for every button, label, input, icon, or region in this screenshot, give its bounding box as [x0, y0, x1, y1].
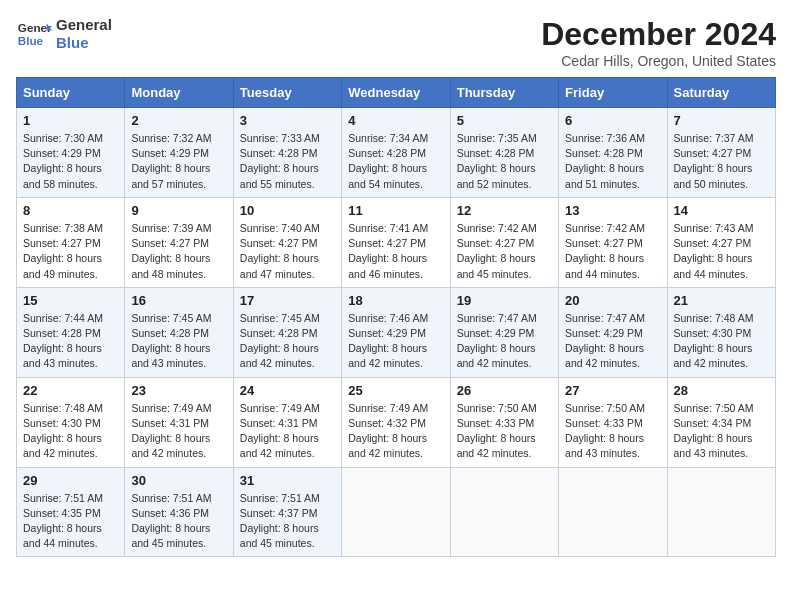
- day-of-week-header: Wednesday: [342, 78, 450, 108]
- day-number: 18: [348, 293, 443, 308]
- day-number: 30: [131, 473, 226, 488]
- calendar-week-row: 29Sunrise: 7:51 AMSunset: 4:35 PMDayligh…: [17, 467, 776, 557]
- calendar-day-cell: 4Sunrise: 7:34 AMSunset: 4:28 PMDaylight…: [342, 108, 450, 198]
- calendar-day-cell: 12Sunrise: 7:42 AMSunset: 4:27 PMDayligh…: [450, 197, 558, 287]
- day-info: Sunrise: 7:51 AMSunset: 4:36 PMDaylight:…: [131, 491, 226, 552]
- day-of-week-header: Saturday: [667, 78, 775, 108]
- logo-text: General Blue: [56, 16, 112, 52]
- calendar-day-cell: 10Sunrise: 7:40 AMSunset: 4:27 PMDayligh…: [233, 197, 341, 287]
- calendar-day-cell: 18Sunrise: 7:46 AMSunset: 4:29 PMDayligh…: [342, 287, 450, 377]
- day-number: 23: [131, 383, 226, 398]
- day-number: 16: [131, 293, 226, 308]
- day-info: Sunrise: 7:34 AMSunset: 4:28 PMDaylight:…: [348, 131, 443, 192]
- calendar-header-row: SundayMondayTuesdayWednesdayThursdayFrid…: [17, 78, 776, 108]
- day-info: Sunrise: 7:32 AMSunset: 4:29 PMDaylight:…: [131, 131, 226, 192]
- day-info: Sunrise: 7:44 AMSunset: 4:28 PMDaylight:…: [23, 311, 118, 372]
- day-number: 7: [674, 113, 769, 128]
- day-info: Sunrise: 7:49 AMSunset: 4:31 PMDaylight:…: [240, 401, 335, 462]
- calendar-day-cell: 19Sunrise: 7:47 AMSunset: 4:29 PMDayligh…: [450, 287, 558, 377]
- svg-text:Blue: Blue: [18, 34, 44, 47]
- calendar-day-cell: 13Sunrise: 7:42 AMSunset: 4:27 PMDayligh…: [559, 197, 667, 287]
- day-info: Sunrise: 7:35 AMSunset: 4:28 PMDaylight:…: [457, 131, 552, 192]
- calendar-day-cell: 20Sunrise: 7:47 AMSunset: 4:29 PMDayligh…: [559, 287, 667, 377]
- title-area: December 2024 Cedar Hills, Oregon, Unite…: [541, 16, 776, 69]
- calendar-day-cell: [450, 467, 558, 557]
- day-number: 3: [240, 113, 335, 128]
- calendar-day-cell: 9Sunrise: 7:39 AMSunset: 4:27 PMDaylight…: [125, 197, 233, 287]
- calendar-day-cell: 1Sunrise: 7:30 AMSunset: 4:29 PMDaylight…: [17, 108, 125, 198]
- day-info: Sunrise: 7:50 AMSunset: 4:33 PMDaylight:…: [457, 401, 552, 462]
- day-number: 15: [23, 293, 118, 308]
- calendar-week-row: 8Sunrise: 7:38 AMSunset: 4:27 PMDaylight…: [17, 197, 776, 287]
- day-number: 5: [457, 113, 552, 128]
- day-number: 28: [674, 383, 769, 398]
- calendar-day-cell: 11Sunrise: 7:41 AMSunset: 4:27 PMDayligh…: [342, 197, 450, 287]
- day-of-week-header: Monday: [125, 78, 233, 108]
- page-subtitle: Cedar Hills, Oregon, United States: [541, 53, 776, 69]
- day-info: Sunrise: 7:37 AMSunset: 4:27 PMDaylight:…: [674, 131, 769, 192]
- day-info: Sunrise: 7:33 AMSunset: 4:28 PMDaylight:…: [240, 131, 335, 192]
- day-info: Sunrise: 7:50 AMSunset: 4:33 PMDaylight:…: [565, 401, 660, 462]
- day-info: Sunrise: 7:51 AMSunset: 4:35 PMDaylight:…: [23, 491, 118, 552]
- calendar-day-cell: 7Sunrise: 7:37 AMSunset: 4:27 PMDaylight…: [667, 108, 775, 198]
- day-number: 24: [240, 383, 335, 398]
- calendar-week-row: 15Sunrise: 7:44 AMSunset: 4:28 PMDayligh…: [17, 287, 776, 377]
- day-number: 22: [23, 383, 118, 398]
- calendar-day-cell: 17Sunrise: 7:45 AMSunset: 4:28 PMDayligh…: [233, 287, 341, 377]
- calendar-day-cell: [667, 467, 775, 557]
- day-number: 4: [348, 113, 443, 128]
- day-of-week-header: Friday: [559, 78, 667, 108]
- calendar-day-cell: 24Sunrise: 7:49 AMSunset: 4:31 PMDayligh…: [233, 377, 341, 467]
- day-info: Sunrise: 7:42 AMSunset: 4:27 PMDaylight:…: [457, 221, 552, 282]
- calendar-day-cell: 26Sunrise: 7:50 AMSunset: 4:33 PMDayligh…: [450, 377, 558, 467]
- calendar-day-cell: 27Sunrise: 7:50 AMSunset: 4:33 PMDayligh…: [559, 377, 667, 467]
- day-info: Sunrise: 7:38 AMSunset: 4:27 PMDaylight:…: [23, 221, 118, 282]
- calendar-day-cell: 31Sunrise: 7:51 AMSunset: 4:37 PMDayligh…: [233, 467, 341, 557]
- day-info: Sunrise: 7:48 AMSunset: 4:30 PMDaylight:…: [674, 311, 769, 372]
- calendar-day-cell: [559, 467, 667, 557]
- day-number: 29: [23, 473, 118, 488]
- calendar-table: SundayMondayTuesdayWednesdayThursdayFrid…: [16, 77, 776, 557]
- day-info: Sunrise: 7:41 AMSunset: 4:27 PMDaylight:…: [348, 221, 443, 282]
- day-info: Sunrise: 7:49 AMSunset: 4:31 PMDaylight:…: [131, 401, 226, 462]
- day-of-week-header: Sunday: [17, 78, 125, 108]
- calendar-day-cell: 29Sunrise: 7:51 AMSunset: 4:35 PMDayligh…: [17, 467, 125, 557]
- day-info: Sunrise: 7:39 AMSunset: 4:27 PMDaylight:…: [131, 221, 226, 282]
- day-info: Sunrise: 7:42 AMSunset: 4:27 PMDaylight:…: [565, 221, 660, 282]
- calendar-week-row: 1Sunrise: 7:30 AMSunset: 4:29 PMDaylight…: [17, 108, 776, 198]
- calendar-day-cell: 6Sunrise: 7:36 AMSunset: 4:28 PMDaylight…: [559, 108, 667, 198]
- calendar-day-cell: 21Sunrise: 7:48 AMSunset: 4:30 PMDayligh…: [667, 287, 775, 377]
- calendar-day-cell: 28Sunrise: 7:50 AMSunset: 4:34 PMDayligh…: [667, 377, 775, 467]
- day-number: 12: [457, 203, 552, 218]
- day-number: 10: [240, 203, 335, 218]
- calendar-day-cell: 8Sunrise: 7:38 AMSunset: 4:27 PMDaylight…: [17, 197, 125, 287]
- day-number: 6: [565, 113, 660, 128]
- day-number: 1: [23, 113, 118, 128]
- day-info: Sunrise: 7:45 AMSunset: 4:28 PMDaylight:…: [240, 311, 335, 372]
- calendar-day-cell: 23Sunrise: 7:49 AMSunset: 4:31 PMDayligh…: [125, 377, 233, 467]
- day-number: 13: [565, 203, 660, 218]
- day-number: 14: [674, 203, 769, 218]
- day-info: Sunrise: 7:49 AMSunset: 4:32 PMDaylight:…: [348, 401, 443, 462]
- page-title: December 2024: [541, 16, 776, 53]
- day-info: Sunrise: 7:47 AMSunset: 4:29 PMDaylight:…: [565, 311, 660, 372]
- day-info: Sunrise: 7:40 AMSunset: 4:27 PMDaylight:…: [240, 221, 335, 282]
- day-info: Sunrise: 7:45 AMSunset: 4:28 PMDaylight:…: [131, 311, 226, 372]
- page-header: General Blue General Blue December 2024 …: [16, 16, 776, 69]
- day-info: Sunrise: 7:43 AMSunset: 4:27 PMDaylight:…: [674, 221, 769, 282]
- day-info: Sunrise: 7:48 AMSunset: 4:30 PMDaylight:…: [23, 401, 118, 462]
- logo: General Blue General Blue: [16, 16, 112, 52]
- day-of-week-header: Tuesday: [233, 78, 341, 108]
- day-number: 9: [131, 203, 226, 218]
- day-info: Sunrise: 7:51 AMSunset: 4:37 PMDaylight:…: [240, 491, 335, 552]
- calendar-day-cell: 30Sunrise: 7:51 AMSunset: 4:36 PMDayligh…: [125, 467, 233, 557]
- day-number: 11: [348, 203, 443, 218]
- day-info: Sunrise: 7:50 AMSunset: 4:34 PMDaylight:…: [674, 401, 769, 462]
- calendar-day-cell: 3Sunrise: 7:33 AMSunset: 4:28 PMDaylight…: [233, 108, 341, 198]
- calendar-day-cell: 15Sunrise: 7:44 AMSunset: 4:28 PMDayligh…: [17, 287, 125, 377]
- day-of-week-header: Thursday: [450, 78, 558, 108]
- calendar-day-cell: [342, 467, 450, 557]
- calendar-day-cell: 2Sunrise: 7:32 AMSunset: 4:29 PMDaylight…: [125, 108, 233, 198]
- day-info: Sunrise: 7:30 AMSunset: 4:29 PMDaylight:…: [23, 131, 118, 192]
- day-number: 2: [131, 113, 226, 128]
